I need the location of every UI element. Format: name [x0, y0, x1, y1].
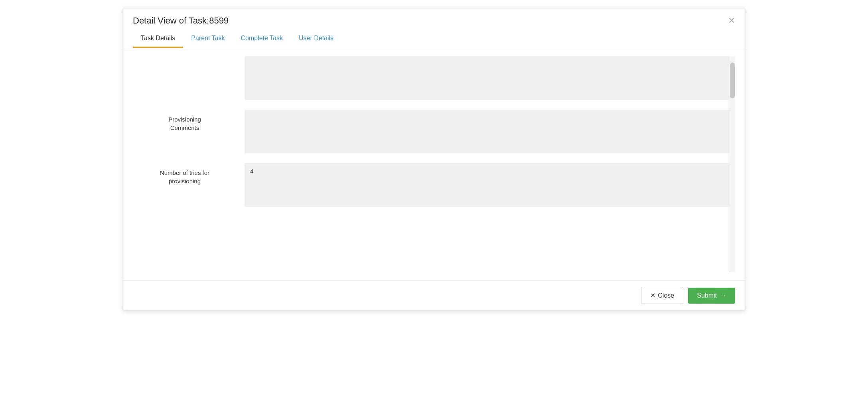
field-label-provisioning-comments: ProvisioningComments — [133, 110, 245, 132]
dialog-footer: ✕ Close Submit → — [123, 280, 745, 310]
form-row-1 — [133, 56, 729, 100]
task-detail-dialog: Detail View of Task:8599 ✕ Task Details … — [123, 8, 745, 311]
tab-user-details[interactable]: User Details — [291, 30, 341, 48]
field-label-1 — [133, 56, 245, 62]
scrollbar-track[interactable] — [729, 56, 735, 272]
tab-task-details[interactable]: Task Details — [133, 30, 183, 48]
field-input-provisioning-comments[interactable] — [245, 110, 729, 153]
close-x-button[interactable]: ✕ — [728, 16, 735, 25]
dialog-title: Detail View of Task:8599 — [133, 16, 229, 26]
field-input-tries[interactable]: 4 — [245, 163, 729, 207]
close-button[interactable]: ✕ Close — [641, 287, 683, 304]
dialog-header: Detail View of Task:8599 ✕ — [123, 8, 745, 26]
close-icon: ✕ — [650, 292, 655, 299]
content-area: ProvisioningComments Number of tries for… — [123, 48, 745, 280]
tab-complete-task[interactable]: Complete Task — [233, 30, 291, 48]
submit-arrow-icon: → — [720, 292, 726, 299]
submit-button[interactable]: Submit → — [688, 288, 735, 304]
tab-bar: Task Details Parent Task Complete Task U… — [123, 30, 745, 48]
close-label: Close — [658, 292, 674, 299]
tab-parent-task[interactable]: Parent Task — [183, 30, 233, 48]
scrollbar-thumb[interactable] — [730, 63, 735, 98]
field-input-1[interactable] — [245, 56, 729, 100]
submit-label: Submit — [697, 292, 717, 299]
form-row-provisioning-comments: ProvisioningComments — [133, 110, 729, 153]
field-label-tries: Number of tries forprovisioning — [133, 163, 245, 185]
form-row-tries: Number of tries forprovisioning 4 — [133, 163, 729, 207]
